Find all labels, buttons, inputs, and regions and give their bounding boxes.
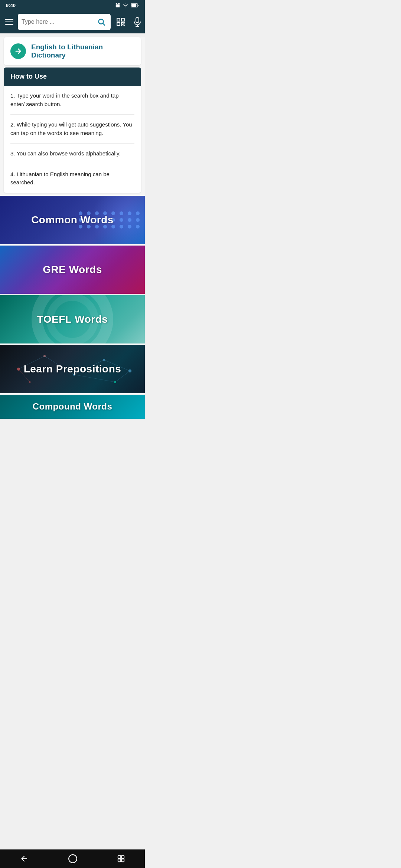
arrow-circle xyxy=(10,43,26,59)
search-input[interactable] xyxy=(22,19,96,25)
status-time: 9:40 xyxy=(6,3,16,8)
search-icon xyxy=(97,18,105,26)
how-to-use-item-4: 4. Lithuanian to English meaning can be … xyxy=(10,164,134,193)
compound-words-banner[interactable]: Compound Words xyxy=(0,395,145,419)
svg-rect-7 xyxy=(117,18,120,21)
dictionary-banner[interactable]: English to Lithuanian Dictionary xyxy=(4,37,141,65)
how-to-use-items: 1. Type your word in the search box and … xyxy=(4,86,141,193)
search-button[interactable] xyxy=(96,16,107,27)
svg-rect-2 xyxy=(116,4,120,7)
svg-rect-10 xyxy=(121,23,123,24)
search-box xyxy=(18,14,111,30)
sim-icon xyxy=(115,3,120,8)
arrow-right-icon xyxy=(14,47,22,55)
status-icons xyxy=(115,3,139,8)
battery-icon xyxy=(131,3,139,8)
how-to-use-title: How to Use xyxy=(10,73,134,80)
svg-line-31 xyxy=(74,375,115,382)
learn-prepositions-label: Learn Prepositions xyxy=(24,363,121,375)
svg-rect-8 xyxy=(121,18,124,21)
top-bar xyxy=(0,10,145,33)
how-to-use-item-2: 2. While typing you will get auto sugges… xyxy=(10,115,134,144)
svg-rect-11 xyxy=(124,23,124,23)
mic-icon xyxy=(133,17,142,27)
microphone-button[interactable] xyxy=(131,15,144,29)
dictionary-title: English to Lithuanian Dictionary xyxy=(31,43,134,59)
svg-rect-9 xyxy=(117,23,120,26)
svg-rect-13 xyxy=(124,25,124,26)
svg-rect-12 xyxy=(121,25,122,26)
compound-words-label: Compound Words xyxy=(33,401,113,412)
svg-rect-1 xyxy=(118,3,120,4)
main-content: English to Lithuanian Dictionary How to … xyxy=(0,37,145,419)
svg-rect-4 xyxy=(131,4,137,7)
qr-scan-button[interactable] xyxy=(114,15,128,29)
gre-words-label: GRE Words xyxy=(43,264,102,276)
menu-button[interactable] xyxy=(4,17,15,26)
svg-rect-14 xyxy=(136,17,139,23)
how-to-use-header: How to Use xyxy=(4,68,141,86)
toefl-words-banner[interactable]: TOEFL Words xyxy=(0,295,145,343)
toefl-words-label: TOEFL Words xyxy=(37,313,108,325)
how-to-use-item-1: 1. Type your word in the search box and … xyxy=(10,86,134,115)
learn-prepositions-banner[interactable]: Learn Prepositions xyxy=(0,345,145,393)
status-bar: 9:40 xyxy=(0,0,145,10)
wifi-icon xyxy=(123,3,128,8)
how-to-use-item-3: 3. You can also browse words alphabetica… xyxy=(10,144,134,164)
hamburger-icon xyxy=(5,19,13,25)
how-to-use-card: How to Use 1. Type your word in the sear… xyxy=(4,68,141,193)
svg-line-6 xyxy=(103,23,105,25)
svg-rect-0 xyxy=(116,3,117,4)
qr-icon xyxy=(116,17,125,27)
gre-words-banner[interactable]: GRE Words xyxy=(0,246,145,294)
common-words-label: Common Words xyxy=(31,214,114,226)
common-words-banner[interactable]: Common Words xyxy=(0,196,145,244)
